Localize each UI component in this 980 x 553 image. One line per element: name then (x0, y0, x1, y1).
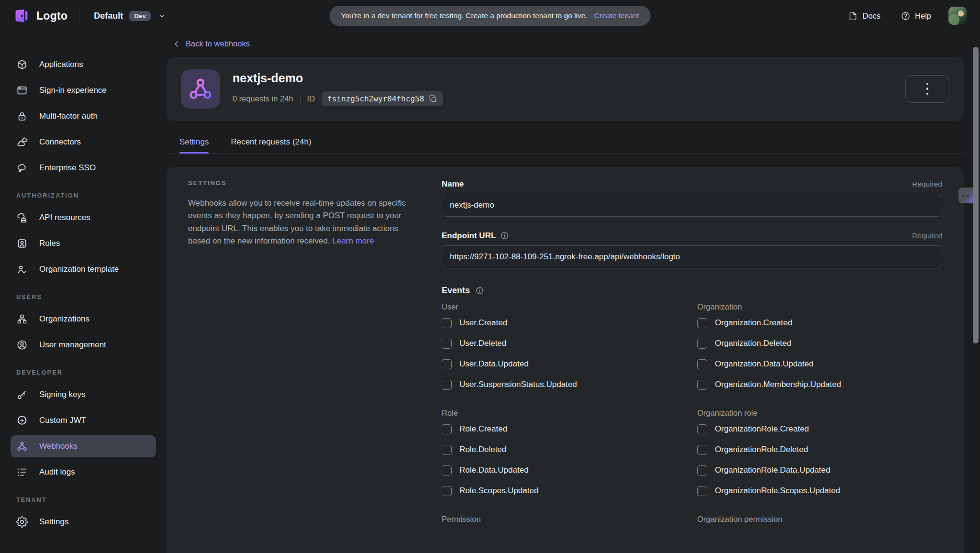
checkbox-icon[interactable] (697, 380, 707, 390)
avatar[interactable] (948, 7, 967, 25)
checkbox-icon[interactable] (442, 465, 452, 476)
tab-recent-requests[interactable]: Recent requests (24h) (231, 137, 311, 153)
checkbox-icon[interactable] (697, 359, 707, 369)
sidebar-item-label: Roles (39, 239, 60, 248)
org-chart-icon (16, 313, 28, 325)
sso-cloud-key-icon (16, 162, 28, 174)
docs-button[interactable]: Docs (845, 11, 883, 22)
sidebar-item-label: API resources (39, 213, 90, 222)
sidebar-item-label: Enterprise SSO (39, 163, 96, 173)
name-input[interactable] (442, 194, 942, 217)
connectors-icon (16, 136, 28, 148)
kebab-icon (926, 83, 929, 85)
sidebar-item-applications[interactable]: Applications (11, 54, 156, 76)
event-checkbox-row[interactable]: OrganizationRole.Scopes.Updated (697, 481, 942, 501)
learn-more-link[interactable]: Learn more (332, 236, 374, 245)
event-checkbox-row[interactable]: User.Data.Updated (442, 354, 687, 375)
lock-icon (16, 111, 28, 122)
sidebar-item-webhooks[interactable]: Webhooks (11, 435, 156, 457)
checkbox-icon[interactable] (697, 318, 707, 328)
copy-icon[interactable] (429, 95, 437, 103)
webhook-id-chip[interactable]: fsinzg5ch2wyr04fhcg58 (322, 91, 443, 106)
api-resources-icon (16, 212, 28, 223)
checkbox-icon[interactable] (697, 486, 707, 496)
event-checkbox-row[interactable]: Role.Deleted (442, 440, 687, 460)
event-group: OrganizationOrganization.CreatedOrganiza… (697, 302, 942, 395)
logto-logo-icon (13, 8, 30, 24)
event-checkbox-row[interactable]: Role.Created (442, 419, 687, 440)
checkbox-icon[interactable] (442, 424, 452, 434)
endpoint-url-input[interactable] (442, 245, 942, 268)
checkbox-icon[interactable] (442, 445, 452, 455)
checkbox-icon[interactable] (442, 318, 452, 328)
checkbox-icon[interactable] (697, 465, 707, 476)
create-tenant-link[interactable]: Create tenant (594, 11, 639, 20)
sidebar-item-connectors[interactable]: Connectors (11, 131, 156, 153)
sidebar-item-label: Sign-in experience (39, 86, 107, 95)
checkbox-icon[interactable] (442, 339, 452, 349)
event-checkbox-row[interactable]: OrganizationRole.Deleted (697, 440, 942, 460)
sidebar-item-custom-jwt[interactable]: Custom JWT (11, 409, 156, 431)
event-group: UserUser.CreatedUser.DeletedUser.Data.Up… (442, 302, 687, 395)
tenant-selector[interactable]: Default Dev (91, 11, 169, 22)
event-checkbox-row[interactable]: Role.Data.Updated (442, 460, 687, 481)
event-checkbox-row[interactable]: Organization.Deleted (697, 333, 942, 354)
event-checkbox-row[interactable]: User.Deleted (442, 333, 687, 354)
checkbox-icon[interactable] (697, 339, 707, 349)
event-checkbox-row[interactable]: Role.Scopes.Updated (442, 481, 687, 501)
sidebar-item-settings[interactable]: Settings (11, 511, 156, 533)
layout: ApplicationsSign-in experienceMulti-fact… (0, 32, 980, 553)
chevron-down-icon (158, 12, 166, 20)
sidebar-item-label: User management (39, 340, 106, 350)
event-checkbox-row[interactable]: OrganizationRole.Data.Updated (697, 460, 942, 481)
event-group: Organization permission (697, 515, 942, 524)
gear-icon (16, 516, 28, 528)
checkbox-icon[interactable] (442, 380, 452, 390)
checkbox-icon[interactable] (442, 359, 452, 369)
event-label: User.SuspensionStatus.Updated (459, 380, 577, 389)
help-button[interactable]: Help (898, 11, 934, 22)
sidebar-item-signing-keys[interactable]: Signing keys (11, 384, 156, 406)
sidebar-item-label: Applications (39, 60, 83, 69)
event-checkbox-row[interactable]: User.SuspensionStatus.Updated (442, 375, 687, 395)
event-checkbox-row[interactable]: Organization.Membership.Updated (697, 375, 942, 395)
event-checkbox-row[interactable]: OrganizationRole.Created (697, 419, 942, 440)
required-badge: Required (912, 232, 942, 240)
sidebar-item-api-resources[interactable]: API resources (11, 207, 156, 229)
vertical-scrollbar[interactable] (973, 47, 979, 343)
sidebar-item-organization-template[interactable]: Organization template (11, 258, 156, 280)
event-checkbox-row[interactable]: Organization.Data.Updated (697, 354, 942, 375)
event-label: Organization.Created (715, 318, 792, 328)
banner-text: You're in a dev tenant for free testing.… (341, 11, 587, 20)
event-checkbox-row[interactable]: User.Created (442, 313, 687, 333)
collapse-handle[interactable]: >.< (958, 188, 973, 203)
events-column: OrganizationOrganization.CreatedOrganiza… (697, 302, 942, 537)
sidebar-section-label: USERS (16, 294, 167, 300)
sidebar-item-organizations[interactable]: Organizations (11, 308, 156, 330)
more-actions-button[interactable] (905, 75, 949, 103)
sidebar-item-sign-in-experience[interactable]: Sign-in experience (11, 79, 156, 101)
back-to-webhooks-link[interactable]: Back to webhooks (172, 39, 250, 48)
sidebar-section-label: TENANT (16, 497, 167, 503)
checkbox-icon[interactable] (442, 486, 452, 496)
settings-panel: SETTINGS Webhooks allow you to receive r… (167, 167, 964, 553)
applications-icon (16, 59, 28, 70)
person-circle-icon (16, 339, 28, 351)
info-icon[interactable] (475, 286, 484, 295)
webhook-header-card: nextjs-demo 0 requests in 24h ID fsinzg5… (167, 57, 964, 121)
event-checkbox-row[interactable]: Organization.Created (697, 313, 942, 333)
webhook-id-value: fsinzg5ch2wyr04fhcg58 (327, 94, 424, 103)
checkbox-icon[interactable] (697, 445, 707, 455)
sidebar-item-multi-factor-auth[interactable]: Multi-factor auth (11, 105, 156, 127)
sidebar-item-user-management[interactable]: User management (11, 334, 156, 356)
sidebar-item-audit-logs[interactable]: Audit logs (11, 461, 156, 483)
webhook-name: nextjs-demo (233, 71, 443, 85)
tab-settings[interactable]: Settings (179, 137, 209, 153)
event-group-name: Organization (697, 302, 942, 311)
person-check-icon (16, 264, 28, 275)
sidebar-item-enterprise-sso[interactable]: Enterprise SSO (11, 157, 156, 179)
sidebar-item-roles[interactable]: Roles (11, 232, 156, 254)
checkbox-icon[interactable] (697, 424, 707, 434)
tenant-name: Default (94, 11, 123, 21)
info-icon[interactable] (500, 231, 509, 240)
